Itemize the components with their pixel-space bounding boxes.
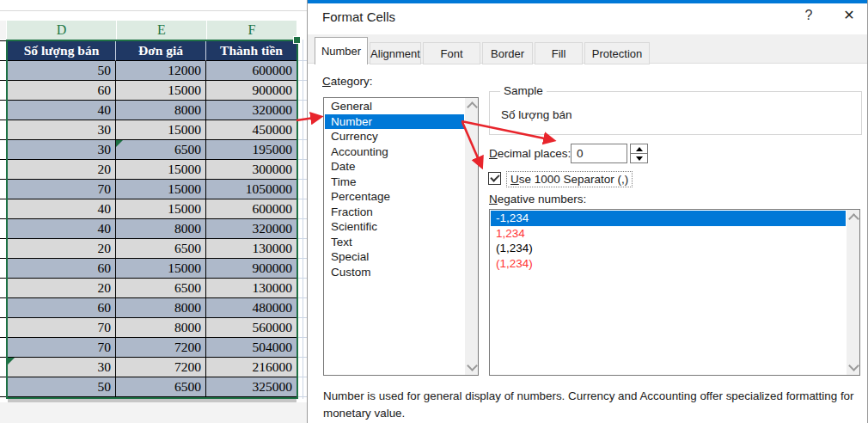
negative-numbers-listbox[interactable]: -1,2341,234(1,234)(1,234) (489, 209, 860, 376)
table-cell[interactable]: 7200 (116, 338, 206, 358)
use-1000-separator-label[interactable]: Use 1000 Separator (,) (506, 171, 633, 187)
table-cell[interactable]: 300000 (206, 160, 296, 180)
table-cell[interactable]: 1050000 (206, 180, 296, 199)
negative-scrollbar[interactable] (847, 210, 859, 375)
table-cell[interactable]: 70 (8, 180, 116, 199)
table-cell[interactable]: 15000 (116, 81, 206, 101)
category-item-general[interactable]: General (325, 99, 464, 114)
table-cell[interactable]: 900000 (206, 259, 296, 279)
table-cell[interactable]: 12000 (116, 61, 206, 81)
table-row: 4015000600000 (8, 199, 296, 219)
tab-font[interactable]: Font (423, 42, 480, 64)
category-item-special[interactable]: Special (325, 249, 464, 265)
scroll-down-icon[interactable] (848, 360, 859, 371)
table-cell[interactable]: 195000 (206, 140, 296, 160)
decimal-places-input[interactable] (571, 144, 627, 163)
table-header-cell[interactable]: Đơn giá (116, 41, 206, 61)
tab-fill[interactable]: Fill (535, 42, 583, 64)
table-cell[interactable]: 6500 (116, 140, 206, 160)
decimal-places-stepper[interactable] (630, 144, 648, 163)
table-cell[interactable]: 60 (8, 259, 116, 279)
table-cell[interactable]: 8000 (116, 298, 206, 318)
help-button[interactable]: ? (800, 8, 817, 23)
tab-alignment[interactable]: Alignment (370, 42, 421, 64)
table-cell[interactable]: 30 (8, 358, 116, 377)
category-item-time[interactable]: Time (325, 175, 464, 190)
category-item-accounting[interactable]: Accounting (325, 144, 464, 160)
table-cell[interactable]: 216000 (206, 358, 296, 377)
table-cell[interactable]: 8000 (116, 101, 206, 120)
table-cell[interactable]: 15000 (116, 259, 206, 279)
table-cell[interactable]: 40 (8, 101, 116, 120)
column-header-e[interactable]: E (116, 21, 206, 40)
tab-protection[interactable]: Protection (584, 42, 650, 64)
table-cell[interactable]: 70 (8, 318, 116, 338)
table-cell[interactable]: 6500 (116, 279, 206, 298)
table-cell[interactable]: 480000 (206, 298, 296, 318)
table-cell[interactable]: 50 (8, 377, 116, 397)
table-cell[interactable]: 15000 (116, 180, 206, 199)
table-cell[interactable]: 30 (8, 140, 116, 160)
table-cell[interactable]: 15000 (116, 160, 206, 180)
table-cell[interactable]: 504000 (206, 338, 296, 358)
table-cell[interactable]: 60 (8, 298, 116, 318)
scroll-up-icon[interactable] (467, 101, 478, 113)
scroll-down-icon[interactable] (467, 360, 478, 371)
table-cell[interactable]: 320000 (206, 219, 296, 239)
table-cell[interactable]: 6500 (116, 377, 206, 397)
column-header-d[interactable]: D (6, 21, 116, 40)
tab-border[interactable]: Border (482, 42, 533, 64)
table-cell[interactable]: 20 (8, 239, 116, 259)
table-cell[interactable]: 60 (8, 81, 116, 101)
close-icon[interactable]: ✕ (839, 7, 859, 23)
tab-list: NumberAlignmentFontBorderFillProtection (315, 37, 650, 64)
column-header-f[interactable]: F (206, 21, 296, 40)
negative-format-item[interactable]: -1,234 (491, 211, 846, 226)
category-item-date[interactable]: Date (325, 159, 464, 175)
table-cell[interactable]: 15000 (116, 199, 206, 219)
table-cell[interactable]: 6500 (116, 239, 206, 259)
table-cell[interactable]: 20 (8, 160, 116, 180)
table-cell[interactable]: 50 (8, 61, 116, 81)
table-cell[interactable]: 320000 (206, 101, 296, 120)
table-cell[interactable]: 40 (8, 199, 116, 219)
category-item-fraction[interactable]: Fraction (325, 205, 464, 220)
negative-format-item[interactable]: (1,234) (491, 256, 846, 272)
table-row: 306500195000 (8, 140, 296, 160)
table-cell[interactable]: 560000 (206, 318, 296, 338)
table-cell[interactable]: 900000 (206, 81, 296, 101)
table-cell[interactable]: 20 (8, 279, 116, 298)
cell-flag-icon (8, 358, 15, 365)
negative-format-item[interactable]: 1,234 (491, 226, 846, 242)
table-cell[interactable]: 40 (8, 219, 116, 239)
table-cell[interactable]: 325000 (206, 377, 296, 397)
category-item-custom[interactable]: Custom (325, 265, 464, 280)
table-cell[interactable]: 600000 (206, 61, 296, 81)
negative-format-item[interactable]: (1,234) (491, 241, 846, 256)
table-cell[interactable]: 15000 (116, 120, 206, 140)
table-cell[interactable]: 600000 (206, 199, 296, 219)
table-header-cell[interactable]: Thành tiền (206, 41, 296, 61)
stepper-up-icon[interactable] (631, 144, 647, 154)
stepper-down-icon[interactable] (631, 154, 647, 162)
category-item-text[interactable]: Text (325, 235, 464, 250)
use-1000-separator-checkbox[interactable] (488, 172, 501, 185)
table-cell[interactable]: 30 (8, 120, 116, 140)
table-cell[interactable]: 70 (8, 338, 116, 358)
table-cell[interactable]: 130000 (206, 239, 296, 259)
table-cell[interactable]: 450000 (206, 120, 296, 140)
table-cell[interactable]: 8000 (116, 318, 206, 338)
category-item-number[interactable]: Number (325, 114, 464, 130)
tab-number[interactable]: Number (315, 37, 368, 64)
category-listbox[interactable]: GeneralNumberCurrencyAccountingDateTimeP… (323, 97, 479, 376)
table-cell[interactable]: 130000 (206, 279, 296, 298)
category-scrollbar[interactable] (465, 98, 478, 375)
category-item-percentage[interactable]: Percentage (325, 189, 464, 205)
category-item-currency[interactable]: Currency (325, 129, 464, 144)
scroll-up-icon[interactable] (848, 213, 859, 224)
category-item-scientific[interactable]: Scientific (325, 219, 464, 235)
table-cell[interactable]: 8000 (116, 219, 206, 239)
selection-handle[interactable] (293, 36, 301, 44)
table-header-cell[interactable]: Số lượng bán (8, 41, 116, 61)
table-cell[interactable]: 7200 (116, 358, 206, 377)
